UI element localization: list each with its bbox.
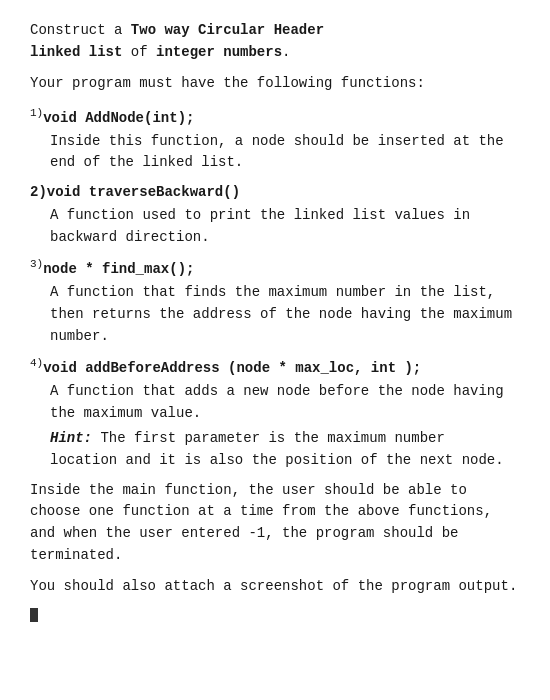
- function-3-number: 3): [30, 258, 43, 270]
- function-1-number: 1): [30, 107, 43, 119]
- intro-bold-integer: integer numbers: [156, 44, 282, 60]
- function-1-desc: Inside this function, a node should be i…: [30, 131, 520, 174]
- function-4-signature: void addBeforeAddress (node * max_loc, i…: [43, 360, 421, 376]
- function-4-desc: A function that adds a new node before t…: [30, 381, 520, 424]
- function-2-number: 2): [30, 184, 47, 200]
- function-item-2: 2)void traverseBackward() A function use…: [30, 182, 520, 248]
- screenshot-note-paragraph: You should also attach a screenshot of t…: [30, 576, 520, 598]
- main-function-paragraph: Inside the main function, the user shoul…: [30, 480, 520, 567]
- function-3-header: 3)node * find_max();: [30, 256, 520, 280]
- content-area: Construct a Two way Circular Header link…: [30, 20, 520, 622]
- functions-intro-paragraph: Your program must have the following fun…: [30, 73, 520, 95]
- intro-text-prefix: Construct a: [30, 22, 131, 38]
- functions-intro-text: Your program must have the following fun…: [30, 75, 425, 91]
- text-cursor: [30, 608, 38, 622]
- function-3-desc-text: A function that finds the maximum number…: [50, 284, 512, 343]
- function-3-desc: A function that finds the maximum number…: [30, 282, 520, 347]
- cursor-line: [30, 608, 520, 622]
- function-item-4: 4)void addBeforeAddress (node * max_loc,…: [30, 355, 520, 471]
- intro-bold-list: linked list: [30, 44, 122, 60]
- function-item-1: 1)void AddNode(int); Inside this functio…: [30, 105, 520, 174]
- function-1-signature: void AddNode(int);: [43, 110, 194, 126]
- intro-bold-title: Two way Circular Header: [131, 22, 324, 38]
- intro-of: of: [122, 44, 156, 60]
- hint-block: Hint: The first parameter is the maximum…: [30, 428, 520, 471]
- function-item-3: 3)node * find_max(); A function that fin…: [30, 256, 520, 347]
- function-1-header: 1)void AddNode(int);: [30, 105, 520, 129]
- hint-text: The first parameter is the maximum numbe…: [50, 430, 504, 468]
- function-3-signature: node * find_max();: [43, 261, 194, 277]
- screenshot-note-text: You should also attach a screenshot of t…: [30, 578, 517, 594]
- intro-paragraph: Construct a Two way Circular Header link…: [30, 20, 520, 63]
- intro-period: .: [282, 44, 290, 60]
- function-2-signature: void traverseBackward(): [47, 184, 240, 200]
- main-function-text: Inside the main function, the user shoul…: [30, 482, 492, 563]
- function-2-header: 2)void traverseBackward(): [30, 182, 520, 203]
- function-2-desc-text: A function used to print the linked list…: [50, 207, 470, 245]
- function-4-desc-text: A function that adds a new node before t…: [50, 383, 504, 421]
- function-4-header: 4)void addBeforeAddress (node * max_loc,…: [30, 355, 520, 379]
- function-2-desc: A function used to print the linked list…: [30, 205, 520, 248]
- hint-label: Hint:: [50, 430, 92, 446]
- function-4-number: 4): [30, 357, 43, 369]
- function-1-desc-text: Inside this function, a node should be i…: [50, 133, 504, 171]
